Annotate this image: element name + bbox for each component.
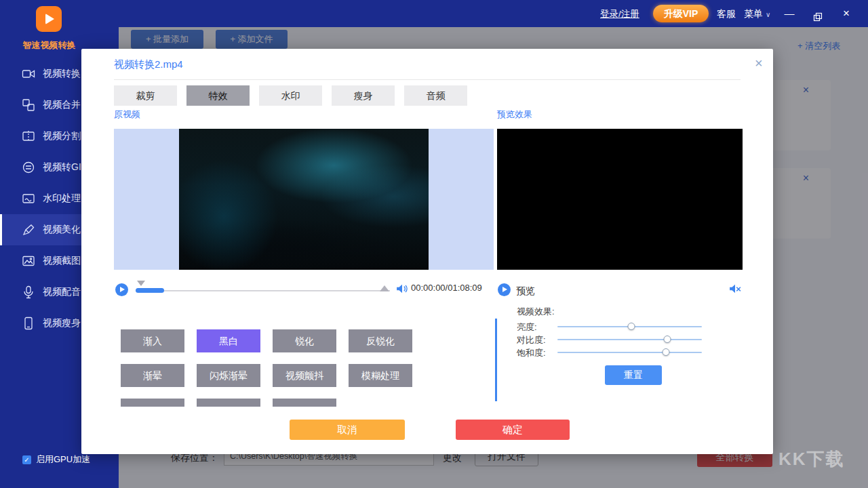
preview-video-player bbox=[497, 129, 743, 270]
brightness-slider-row: 亮度: bbox=[517, 320, 707, 332]
tab-effects[interactable]: 特效 bbox=[186, 85, 250, 106]
dialog-title: 视频转换2.mp4 bbox=[114, 58, 183, 71]
contrast-slider-track[interactable] bbox=[557, 339, 702, 340]
effect-blur[interactable]: 模糊处理 bbox=[349, 364, 412, 387]
app-logo-icon bbox=[36, 6, 62, 32]
brightness-label: 亮度: bbox=[517, 321, 537, 333]
tab-watermark[interactable]: 水印 bbox=[259, 85, 322, 106]
original-video-player bbox=[114, 129, 494, 270]
saturation-slider-row: 饱和度: bbox=[517, 346, 707, 358]
effect-fade-in[interactable]: 渐入 bbox=[121, 329, 184, 352]
beautify-pen-icon bbox=[22, 223, 35, 237]
contrast-slider-handle[interactable] bbox=[663, 336, 671, 343]
confirm-button[interactable]: 确定 bbox=[456, 420, 570, 440]
watermark-icon bbox=[22, 192, 35, 205]
screenshot-icon bbox=[22, 254, 35, 268]
effects-grid: 渐入 黑白 锐化 反锐化 渐晕 闪烁渐晕 视频颤抖 模糊处理 bbox=[121, 329, 412, 407]
sidebar-item-label: 水印处理 bbox=[43, 192, 81, 205]
video-frame bbox=[179, 129, 429, 270]
login-register-link[interactable]: 登录/注册 bbox=[600, 8, 639, 20]
effect-button-partial[interactable] bbox=[273, 399, 336, 407]
effect-button-partial[interactable] bbox=[121, 399, 184, 407]
effect-unsharpen[interactable]: 反锐化 bbox=[349, 329, 412, 352]
gpu-acceleration-toggle[interactable]: ✓ 启用GPU加速 bbox=[22, 453, 90, 466]
menu-label: 菜单 bbox=[744, 8, 763, 19]
seek-bar[interactable] bbox=[136, 290, 390, 291]
effects-scrollbar[interactable] bbox=[495, 319, 497, 401]
playhead-marker-icon[interactable] bbox=[137, 281, 145, 286]
preview-play-button[interactable] bbox=[498, 283, 511, 296]
effect-button-partial[interactable] bbox=[197, 399, 260, 407]
microphone-icon bbox=[22, 285, 35, 299]
original-video-label: 原视频 bbox=[114, 108, 140, 121]
sidebar-item-label: 视频合并 bbox=[43, 99, 81, 111]
sidebar-item-label: 视频美化 bbox=[43, 224, 81, 236]
close-window-button[interactable]: × bbox=[837, 4, 856, 23]
seek-bar-progress[interactable] bbox=[136, 288, 164, 293]
effect-flicker-vignette[interactable]: 闪烁渐晕 bbox=[197, 364, 260, 387]
effect-video-shake[interactable]: 视频颤抖 bbox=[273, 364, 336, 387]
sidebar-item-label: 视频瘦身 bbox=[43, 317, 81, 329]
video-convert-icon bbox=[22, 67, 35, 81]
menu-dropdown[interactable]: 菜单∨ bbox=[744, 8, 770, 20]
restore-icon bbox=[813, 12, 823, 22]
restore-window-button[interactable] bbox=[808, 4, 827, 23]
saturation-label: 饱和度: bbox=[517, 347, 546, 359]
slim-document-icon bbox=[22, 317, 35, 330]
tab-crop[interactable]: 裁剪 bbox=[114, 85, 177, 106]
saturation-slider-handle[interactable] bbox=[662, 348, 669, 356]
play-button[interactable] bbox=[115, 283, 128, 296]
reset-button[interactable]: 重置 bbox=[605, 365, 662, 385]
customer-service-link[interactable]: 客服 bbox=[717, 8, 736, 20]
dialog-close-icon[interactable]: × bbox=[755, 56, 763, 71]
titlebar: 登录/注册 升级VIP 客服 菜单∨ — × bbox=[0, 0, 868, 27]
checkbox-checked-icon[interactable]: ✓ bbox=[22, 455, 31, 464]
seek-end-marker-icon[interactable] bbox=[380, 285, 389, 291]
divider bbox=[114, 79, 741, 80]
effects-dialog: 视频转换2.mp4 × 裁剪 特效 水印 瘦身 音频 原视频 预览效果 00:0… bbox=[81, 49, 773, 454]
sidebar-item-label: 视频转GIF bbox=[43, 161, 87, 174]
video-effect-panel-title: 视频效果: bbox=[517, 306, 555, 318]
sidebar-item-label: 视频截图 bbox=[43, 255, 81, 267]
sidebar-item-label: 视频转换 bbox=[43, 68, 81, 80]
saturation-slider-track[interactable] bbox=[557, 352, 702, 353]
video-merge-icon bbox=[22, 98, 35, 112]
gpu-label: 启用GPU加速 bbox=[36, 453, 90, 466]
muted-volume-icon[interactable] bbox=[729, 283, 741, 298]
sidebar-item-label: 视频分割 bbox=[43, 130, 81, 142]
effect-black-white[interactable]: 黑白 bbox=[197, 329, 260, 352]
chevron-down-icon: ∨ bbox=[766, 11, 770, 18]
contrast-label: 对比度: bbox=[517, 334, 546, 346]
effect-vignette[interactable]: 渐晕 bbox=[121, 364, 184, 387]
play-icon bbox=[45, 14, 54, 24]
brightness-slider-handle[interactable] bbox=[627, 323, 635, 330]
gif-convert-icon bbox=[22, 161, 35, 174]
tab-slim[interactable]: 瘦身 bbox=[332, 85, 395, 106]
contrast-slider-row: 对比度: bbox=[517, 333, 707, 345]
video-split-icon bbox=[22, 129, 35, 143]
tab-audio[interactable]: 音频 bbox=[404, 85, 467, 106]
preview-effect-label: 预览效果 bbox=[497, 108, 532, 121]
site-watermark: KK下载 bbox=[778, 447, 845, 471]
sidebar-item-label: 视频配音 bbox=[43, 286, 81, 298]
dialog-tabs: 裁剪 特效 水印 瘦身 音频 bbox=[114, 85, 467, 106]
preview-button-label[interactable]: 预览 bbox=[516, 285, 535, 298]
volume-icon[interactable] bbox=[396, 283, 408, 298]
minimize-button[interactable]: — bbox=[780, 4, 799, 23]
effect-sharpen[interactable]: 锐化 bbox=[273, 329, 336, 352]
upgrade-vip-button[interactable]: 升级VIP bbox=[653, 5, 709, 22]
cancel-button[interactable]: 取消 bbox=[290, 420, 405, 440]
time-display: 00:00:00/01:08:09 bbox=[411, 282, 502, 295]
